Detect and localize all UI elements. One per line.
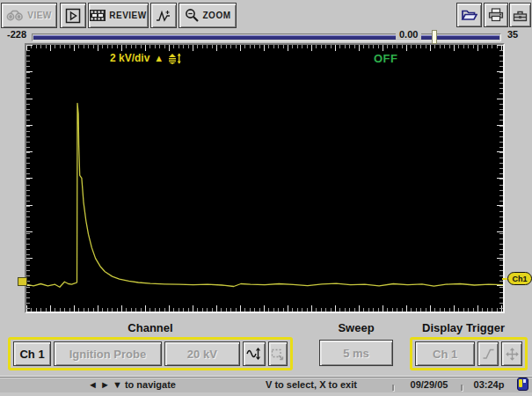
trigger-position-button[interactable] (501, 341, 522, 366)
printer-icon (488, 8, 504, 22)
channel-tag[interactable]: Ch1 (507, 272, 532, 285)
file-open-button[interactable] (456, 3, 482, 27)
position-cursor-value: 0.00 (396, 29, 421, 40)
trigger-slope-button[interactable] (477, 341, 499, 366)
waveform-scale-button[interactable] (243, 341, 266, 366)
toolbox-icon (513, 9, 528, 22)
rising-slope-icon (482, 348, 495, 360)
scale-adjust-arrows-icon (168, 53, 181, 64)
channel-select-button[interactable]: Ch 1 (13, 341, 51, 366)
review-button[interactable]: REVIEW (88, 3, 149, 28)
sweep-heading: Sweep (319, 321, 393, 334)
position-max-value: 35 (507, 29, 518, 40)
voltage-range-button[interactable]: 20 kV (164, 341, 240, 366)
position-slider-track[interactable] (32, 33, 501, 41)
trigger-channel-button[interactable]: Ch 1 (415, 341, 475, 366)
vertical-scale-readout[interactable]: 2 kV/div ▲ (110, 52, 181, 64)
review-button-label: REVIEW (109, 11, 146, 20)
channel-heading: Channel (9, 321, 292, 334)
sine-scale-icon (246, 347, 261, 361)
snapshot-peak-icon (156, 9, 171, 23)
scale-adjust-triangle-icon: ▲ (154, 53, 164, 63)
scale-label: 2 kV/div (110, 52, 149, 64)
trigger-status-readout: OFF (374, 52, 398, 65)
display-trigger-group: Ch 1 (410, 337, 528, 370)
status-bar: ◄ ► ▼ to navigate V to select, X to exit… (0, 377, 532, 392)
binoculars-icon (6, 9, 24, 22)
toolbox-button[interactable] (509, 3, 531, 27)
display-trigger-heading: Display Trigger (397, 321, 529, 334)
probe-type-button[interactable]: Ignition Probe (54, 341, 162, 366)
sweep-rate-button[interactable]: 5 ms (319, 340, 393, 366)
status-separator (392, 385, 394, 391)
view-button[interactable]: VIEW (1, 3, 57, 28)
cursor-region-button[interactable] (268, 341, 288, 366)
position-slider-fill (33, 35, 499, 40)
navigate-hint: ◄ ► ▼ to navigate (35, 379, 229, 390)
select-hint: V to select, X to exit (266, 379, 357, 390)
ground-level-marker[interactable] (18, 277, 27, 286)
folder-icon (461, 9, 477, 21)
status-time: 03:24p (464, 379, 514, 390)
channel-group: Ch 1 Ignition Probe 20 kV (8, 337, 293, 370)
zoom-button-label: ZOOM (203, 11, 231, 20)
move-arrows-icon (506, 348, 519, 361)
position-slider-thumb[interactable] (432, 30, 437, 44)
zoom-button[interactable]: ZOOM (179, 3, 237, 28)
scope-display: 2 kV/div ▲ OFF (25, 43, 505, 313)
print-button[interactable] (484, 3, 508, 27)
status-date: 09/29/05 (397, 379, 461, 390)
filmstrip-icon (90, 10, 106, 21)
position-min-value: -228 (7, 29, 26, 40)
play-button[interactable] (60, 3, 86, 28)
dashed-region-icon (271, 348, 284, 361)
status-separator (461, 385, 463, 391)
snapshot-button[interactable] (150, 3, 177, 28)
view-button-label: VIEW (27, 11, 52, 20)
waveform-trace (26, 45, 503, 312)
battery-icon (517, 378, 528, 391)
play-icon (65, 8, 81, 24)
magnifier-icon (185, 8, 200, 23)
